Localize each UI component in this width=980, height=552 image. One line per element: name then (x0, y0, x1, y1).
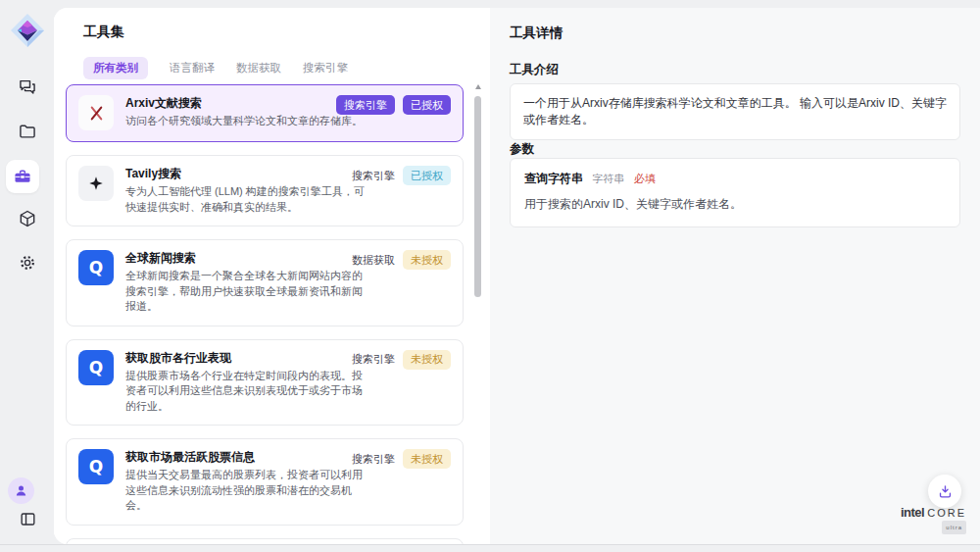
main-window: 工具集 所有类别 语言翻译 数据获取 搜索引擎 Arxiv文献搜索 访问各个研究… (54, 8, 980, 544)
tool-card-global-news[interactable]: Q 全球新闻搜索 全球新闻搜索是一个聚合全球各大新闻网站内容的搜索引擎，帮助用户… (66, 239, 464, 326)
params-heading: 参数 (510, 141, 534, 158)
scrollbar-up-arrow-icon[interactable] (475, 84, 481, 89)
toolbox-icon (13, 167, 32, 186)
download-button[interactable] (928, 475, 961, 508)
status-badge: 未授权 (403, 449, 451, 469)
panel-toggle-icon[interactable] (17, 508, 38, 529)
person-icon (14, 483, 28, 498)
tool-title: 获取股市各行业表现 (125, 350, 370, 367)
page-title: 工具集 (83, 24, 124, 41)
category-label: 数据获取 (352, 253, 395, 268)
tool-description: 专为人工智能代理 (LLM) 构建的搜索引擎工具，可快速提供实时、准确和真实的结… (125, 184, 370, 215)
tool-card-arxiv[interactable]: Arxiv文献搜索 访问各个研究领域大量科学论文和文章的存储库。 搜索引擎 已授… (66, 84, 464, 142)
status-badge: 未授权 (403, 350, 451, 370)
window-bottom-edge (0, 544, 980, 545)
parameter-box: 查询字符串 字符串 必填 用于搜索的Arxiv ID、关键字或作者姓名。 (510, 158, 960, 227)
intro-text: 一个用于从Arxiv存储库搜索科学论文和文章的工具。 输入可以是Arxiv ID… (523, 96, 947, 126)
quark-q-icon: Q (78, 350, 114, 385)
tool-card-sector-performance[interactable]: Q 获取股市各行业表现 提供股票市场各个行业在特定时间段内的表现。投资者可以利用… (66, 339, 464, 427)
download-icon (937, 483, 954, 500)
category-label: 搜索引擎 (352, 169, 395, 183)
folder-icon[interactable] (17, 121, 38, 142)
tab-all-categories[interactable]: 所有类别 (83, 57, 148, 79)
category-label: 搜索引擎 (352, 452, 395, 467)
intro-heading: 工具介绍 (510, 62, 559, 78)
tool-card-list: Arxiv文献搜索 访问各个研究领域大量科学论文和文章的存储库。 搜索引擎 已授… (66, 84, 464, 544)
tool-description: 提供当天交易量最高的股票列表，投资者可以利用这些信息来识别流动性强的股票和潜在的… (125, 468, 370, 514)
tool-title: 获取市场最活跃股票信息 (125, 449, 370, 466)
list-scrollbar[interactable] (474, 84, 482, 538)
tool-details-pane: 工具详情 工具介绍 一个用于从Arxiv存储库搜索科学论文和文章的工具。 输入可… (490, 8, 980, 544)
arxiv-icon (78, 95, 114, 130)
tab-data-fetch[interactable]: 数据获取 (236, 61, 281, 75)
tool-description: 提供股票市场各个行业在特定时间段内的表现。投资者可以利用这些信息来识别表现优于或… (125, 369, 370, 415)
intel-tier-badge: ultra (942, 521, 966, 534)
details-title: 工具详情 (510, 25, 563, 42)
sidebar-item-toolbox[interactable] (6, 160, 39, 193)
category-label: 搜索引擎 (352, 352, 395, 367)
scrollbar-thumb[interactable] (474, 96, 481, 297)
tool-title: Arxiv文献搜索 (125, 95, 363, 112)
intro-text-box: 一个用于从Arxiv存储库搜索科学论文和文章的工具。 输入可以是Arxiv ID… (510, 83, 960, 140)
tool-title: Tavily搜索 (125, 166, 370, 182)
category-tabs: 所有类别 语言翻译 数据获取 搜索引擎 (83, 57, 348, 79)
cube-icon[interactable] (17, 208, 38, 229)
param-required-flag: 必填 (634, 173, 656, 184)
status-badge: 已授权 (403, 166, 451, 185)
status-badge: 未授权 (403, 250, 451, 270)
icon-rail (0, 0, 54, 552)
tool-list-pane: 工具集 所有类别 语言翻译 数据获取 搜索引擎 Arxiv文献搜索 访问各个研究… (54, 8, 490, 544)
user-avatar[interactable] (8, 477, 34, 504)
param-description: 用于搜索的Arxiv ID、关键字或作者姓名。 (524, 196, 946, 213)
tool-title: 全球新闻搜索 (125, 250, 370, 267)
quark-q-icon: Q (78, 449, 114, 484)
param-type: 字符串 (592, 173, 624, 184)
tavily-star-icon (78, 166, 114, 201)
tool-card-most-active-stocks[interactable]: Q 获取市场最活跃股票信息 提供当天交易量最高的股票列表，投资者可以利用这些信息… (66, 438, 464, 526)
quark-q-icon: Q (78, 250, 114, 285)
tab-language-translation[interactable]: 语言翻译 (170, 61, 215, 75)
tool-description: 全球新闻搜索是一个聚合全球各大新闻网站内容的搜索引擎，帮助用户快速获取全球最新资… (125, 269, 370, 315)
tool-description: 访问各个研究领域大量科学论文和文章的存储库。 (125, 114, 363, 129)
category-badge: 搜索引擎 (336, 95, 395, 115)
status-badge: 已授权 (403, 95, 451, 115)
settings-gear-icon[interactable] (17, 252, 38, 274)
chat-icon[interactable] (17, 75, 38, 97)
tab-search-engine[interactable]: 搜索引擎 (303, 61, 348, 75)
intel-core-logo: intel CORE ultra (901, 507, 966, 534)
app-logo-icon (9, 12, 46, 49)
param-name: 查询字符串 (524, 172, 583, 185)
tool-card-tavily[interactable]: Tavily搜索 专为人工智能代理 (LLM) 构建的搜索引擎工具，可快速提供实… (66, 155, 464, 226)
